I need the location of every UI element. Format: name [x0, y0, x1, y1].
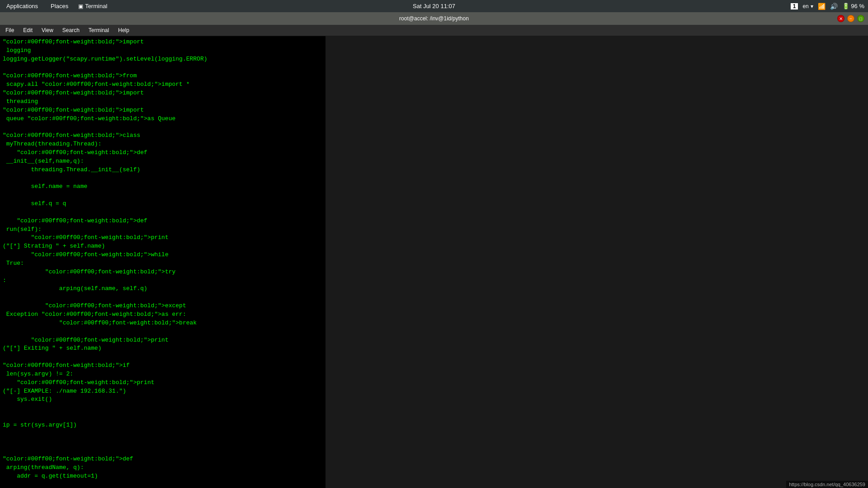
applications-menu[interactable]: Applications: [4, 2, 41, 10]
terminal-pane[interactable]: "color:#00ff00;font-weight:bold;">import…: [0, 36, 326, 488]
language-indicator: en ▾: [802, 3, 813, 9]
file-menu[interactable]: File: [4, 26, 16, 34]
view-menu[interactable]: View: [40, 26, 55, 34]
places-menu[interactable]: Places: [48, 2, 71, 10]
window-titlebar: root@accel: /inv@1id/python ✕ − □: [0, 12, 868, 25]
window-title: root@accel: /inv@1id/python: [31, 15, 837, 22]
terminal-menu-top[interactable]: ▣ Terminal: [78, 3, 107, 9]
help-menu[interactable]: Help: [116, 26, 131, 34]
close-button[interactable]: ✕: [837, 15, 844, 22]
main-layout: "color:#00ff00;font-weight:bold;">import…: [0, 36, 868, 488]
search-menu[interactable]: Search: [61, 26, 81, 34]
terminal-icon: ▣: [78, 3, 83, 9]
maximize-button[interactable]: □: [857, 15, 864, 22]
wifi-icon[interactable]: 📶: [818, 3, 826, 10]
system-top-bar: Applications Places ▣ Terminal Sat Jul 2…: [0, 0, 868, 12]
terminal-menu[interactable]: Terminal: [87, 26, 111, 34]
window-number-badge: 1: [791, 3, 798, 9]
terminal-menubar: File Edit View Search Terminal Help: [0, 25, 868, 36]
code-display: "color:#00ff00;font-weight:bold;">import…: [3, 38, 323, 488]
minimize-button[interactable]: −: [847, 15, 854, 22]
right-pane: https://blog.csdn.net/qq_40636259: [326, 36, 868, 488]
top-bar-right: 1 en ▾ 📶 🔊 🔋 96 %: [791, 3, 864, 10]
top-bar-left: Applications Places ▣ Terminal: [4, 2, 107, 10]
battery-indicator[interactable]: 🔋 96 %: [842, 3, 864, 9]
datetime-display: Sat Jul 20 11:07: [413, 3, 455, 9]
volume-icon[interactable]: 🔊: [830, 3, 838, 10]
lang-dropdown-icon[interactable]: ▾: [811, 3, 813, 9]
status-bar: https://blog.csdn.net/qq_40636259: [786, 481, 868, 488]
battery-icon: 🔋: [842, 3, 849, 9]
edit-menu[interactable]: Edit: [21, 26, 34, 34]
window-controls: ✕ − □: [837, 15, 864, 22]
